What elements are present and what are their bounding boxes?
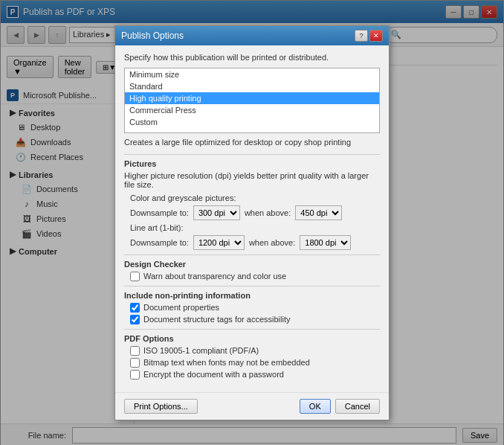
publish-options-dialog: Publish Options ? ✕ Specify how this pub… — [114, 25, 390, 420]
line-dpi-row: Downsample to: 1200 dpi when above: 1800… — [130, 235, 380, 250]
doc-properties-label: Document properties — [143, 303, 219, 312]
encrypt-checkbox[interactable] — [130, 370, 140, 380]
pictures-section-header: Pictures — [124, 159, 380, 168]
bitmap-text-row: Bitmap text when fonts may not be embedd… — [130, 358, 380, 368]
design-checker-header: Design Checker — [124, 260, 380, 269]
modal-titlebar: Publish Options ? ✕ — [115, 26, 389, 45]
line-art-label-row: Line art (1-bit): — [130, 223, 380, 232]
doc-structure-label: Document structure tags for accessibilit… — [143, 315, 290, 324]
modal-overlay: Publish Options ? ✕ Specify how this pub… — [0, 0, 504, 445]
doc-properties-row: Document properties — [130, 303, 380, 313]
line-art-label: Line art (1-bit): — [130, 223, 184, 232]
color-dpi-row: Downsample to: 300 dpi when above: 450 d… — [130, 205, 380, 220]
color-above-dpi-select[interactable]: 450 dpi — [295, 205, 342, 220]
pdf-options-header: PDF Options — [124, 334, 380, 343]
divider-4 — [124, 329, 380, 330]
divider-2 — [124, 254, 380, 255]
doc-properties-checkbox[interactable] — [130, 303, 140, 313]
modal-controls: ? ✕ — [355, 30, 383, 42]
modal-help-button[interactable]: ? — [355, 30, 368, 42]
color-label: Color and greyscale pictures: — [130, 193, 236, 202]
bitmap-text-checkbox[interactable] — [130, 358, 140, 368]
modal-content: Specify how this publication will be pri… — [115, 45, 389, 389]
line-downsample-label: Downsample to: — [130, 238, 189, 247]
modal-description: Specify how this publication will be pri… — [124, 53, 380, 62]
encrypt-row: Encrypt the document with a password — [130, 370, 380, 380]
print-options-button[interactable]: Print Options... — [124, 399, 198, 414]
ok-button[interactable]: OK — [300, 399, 331, 414]
pictures-description: Higher picture resolution (dpi) yields b… — [124, 171, 380, 189]
listbox-item-standard[interactable]: Standard — [125, 80, 379, 92]
iso-compliant-label: ISO 19005-1 compliant (PDF/A) — [143, 346, 259, 355]
iso-compliant-checkbox[interactable] — [130, 346, 140, 356]
bitmap-text-label: Bitmap text when fonts may not be embedd… — [143, 358, 310, 367]
warn-transparency-row: Warn about transparency and color use — [130, 272, 380, 281]
divider-3 — [124, 286, 380, 286]
listbox-item-high-quality[interactable]: High quality printing — [125, 92, 379, 104]
warn-transparency-checkbox[interactable] — [130, 272, 140, 281]
color-label-row: Color and greyscale pictures: — [130, 193, 380, 202]
color-dpi-select[interactable]: 300 dpi — [193, 205, 240, 220]
modal-close-button[interactable]: ✕ — [369, 30, 383, 42]
line-above-dpi-select[interactable]: 1800 dpi — [300, 235, 351, 250]
doc-structure-checkbox[interactable] — [130, 315, 140, 324]
encrypt-label: Encrypt the document with a password — [143, 370, 284, 379]
downsample-label: Downsample to: — [130, 208, 189, 217]
modal-footer: Print Options... OK Cancel — [115, 392, 389, 420]
listbox-item-minimum-size[interactable]: Minimum size — [125, 68, 379, 80]
color-when-above-label: when above: — [245, 208, 291, 217]
warn-transparency-label: Warn about transparency and color use — [143, 272, 286, 281]
modal-title: Publish Options — [121, 31, 355, 41]
doc-structure-row: Document structure tags for accessibilit… — [130, 315, 380, 324]
divider-1 — [124, 154, 380, 155]
quality-hint: Creates a large file optimized for deskt… — [124, 138, 380, 147]
quality-listbox[interactable]: Minimum size Standard High quality print… — [124, 68, 380, 133]
listbox-item-commercial-press[interactable]: Commercial Press — [125, 104, 379, 116]
iso-compliant-row: ISO 19005-1 compliant (PDF/A) — [130, 346, 380, 356]
cancel-button[interactable]: Cancel — [335, 399, 380, 414]
line-dpi-select[interactable]: 1200 dpi — [193, 235, 245, 250]
listbox-item-custom[interactable]: Custom — [125, 116, 379, 128]
non-printing-header: Include non-printing information — [124, 291, 380, 300]
line-when-above-label: when above: — [249, 238, 295, 247]
